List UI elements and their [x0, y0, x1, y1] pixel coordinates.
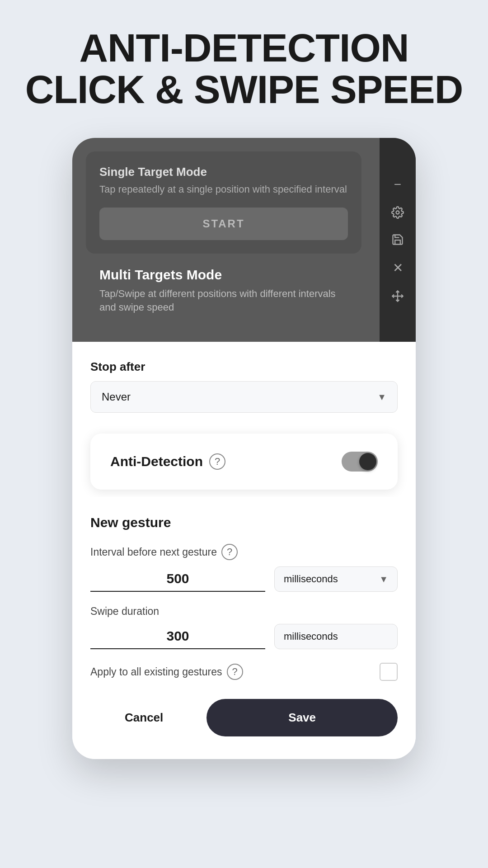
single-target-card: Single Target Mode Tap repeatedly at a s…	[86, 151, 361, 254]
page-title: ANTI-DETECTION CLICK & SWIPE SPEED	[25, 27, 463, 111]
swipe-duration-section: Swipe duration milliseconds	[90, 605, 398, 649]
interval-unit-value: milliseconds	[284, 573, 338, 585]
interval-chevron-icon: ▼	[379, 574, 388, 585]
multi-targets-title: Multi Targets Mode	[99, 267, 348, 283]
multi-targets-description: Tap/Swipe at different positions with di…	[99, 287, 348, 315]
swipe-duration-input[interactable]	[90, 624, 265, 649]
anti-detection-card: Anti-Detection ?	[90, 434, 398, 490]
chevron-down-icon: ▼	[377, 392, 386, 402]
anti-detection-help-icon[interactable]: ?	[209, 453, 225, 470]
phone-frame: − ✕	[72, 138, 416, 759]
interval-label: Interval before next gesture ?	[90, 544, 398, 560]
bottom-buttons: Cancel Save	[90, 699, 398, 736]
interval-section: Interval before next gesture ? milliseco…	[90, 544, 398, 592]
apply-row: Apply to all existing gestures ?	[90, 663, 398, 681]
interval-input[interactable]	[90, 566, 265, 592]
apply-checkbox[interactable]	[380, 663, 398, 681]
apply-label: Apply to all existing gestures ?	[90, 664, 243, 680]
anti-detection-toggle[interactable]	[342, 452, 378, 472]
app-background: − ✕	[72, 138, 416, 342]
toggle-knob	[359, 453, 376, 470]
save-button[interactable]: Save	[206, 699, 398, 736]
interval-help-icon[interactable]: ?	[221, 544, 238, 560]
interval-row: milliseconds ▼	[90, 566, 398, 592]
anti-detection-left: Anti-Detection ?	[110, 453, 225, 470]
app-bg-content: Single Target Mode Tap repeatedly at a s…	[72, 138, 416, 342]
start-button[interactable]: START	[99, 208, 348, 240]
new-gesture-title: New gesture	[90, 515, 398, 530]
swipe-duration-unit: milliseconds	[274, 624, 398, 649]
stop-after-label: Stop after	[90, 360, 398, 374]
single-target-title: Single Target Mode	[99, 165, 348, 179]
apply-help-icon[interactable]: ?	[227, 664, 243, 680]
interval-unit-dropdown[interactable]: milliseconds ▼	[274, 566, 398, 592]
cancel-button[interactable]: Cancel	[90, 699, 197, 736]
stop-after-dropdown[interactable]: Never ▼	[90, 381, 398, 413]
single-target-description: Tap repeatedly at a single position with…	[99, 183, 348, 197]
multi-targets-section: Multi Targets Mode Tap/Swipe at differen…	[86, 254, 361, 329]
stop-after-panel: Stop after Never ▼	[72, 342, 416, 426]
swipe-duration-label: Swipe duration	[90, 605, 398, 618]
stop-after-value: Never	[102, 391, 131, 403]
new-gesture-sheet: New gesture Interval before next gesture…	[72, 497, 416, 759]
swipe-duration-row: milliseconds	[90, 624, 398, 649]
anti-detection-label: Anti-Detection	[110, 454, 203, 469]
